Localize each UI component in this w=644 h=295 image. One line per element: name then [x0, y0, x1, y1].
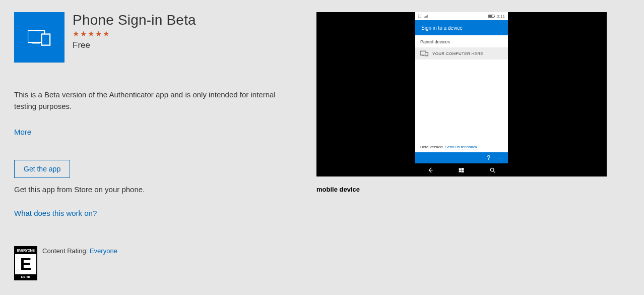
svg-line-17 — [493, 171, 495, 172]
help-icon[interactable]: ? — [487, 154, 490, 161]
status-time: 2:11 — [497, 14, 505, 19]
svg-rect-4 — [424, 17, 425, 18]
svg-point-16 — [490, 168, 494, 171]
phone-empty-area — [415, 60, 508, 142]
svg-rect-9 — [422, 55, 424, 55]
feedback-link[interactable]: Send us feedback. — [445, 145, 478, 149]
esrb-top-label: EVERYONE — [15, 247, 36, 254]
svg-rect-14 — [459, 170, 461, 172]
devices-icon — [28, 28, 51, 46]
nfc-icon — [418, 15, 422, 18]
svg-rect-1 — [32, 42, 40, 43]
esrb-badge: EVERYONE E ESRB — [14, 246, 37, 280]
device-name: YOUR COMPUTER HERE — [432, 51, 483, 56]
back-icon[interactable] — [427, 167, 434, 173]
phone-section-label: Paired devices — [415, 35, 508, 47]
rating-stars: ★★★★★ — [73, 29, 196, 38]
phone-status-bar: 2:11 — [415, 12, 508, 20]
app-tile-icon — [14, 12, 65, 63]
svg-rect-10 — [425, 52, 428, 56]
content-rating-link[interactable]: Everyone — [90, 247, 117, 255]
search-icon[interactable] — [489, 167, 496, 173]
phone-command-bar: ? ⋯ — [415, 152, 508, 163]
svg-rect-15 — [462, 170, 464, 172]
windows-icon[interactable] — [458, 167, 465, 173]
svg-rect-13 — [462, 168, 464, 170]
svg-rect-6 — [426, 15, 427, 17]
esrb-bottom-label: ESRB — [15, 274, 36, 279]
computer-icon — [420, 50, 428, 56]
screenshot-frame: 2:11 Sign in to a device Paired devices … — [316, 12, 607, 176]
svg-rect-12 — [459, 168, 461, 170]
svg-rect-5 — [425, 16, 426, 18]
app-title: Phone Sign-in Beta — [73, 12, 196, 28]
more-icon[interactable]: ⋯ — [497, 155, 503, 161]
svg-rect-2 — [42, 34, 50, 45]
app-price: Free — [73, 40, 196, 50]
compatibility-link[interactable]: What does this work on? — [14, 209, 97, 217]
beta-note: Beta version. Send us feedback. — [415, 142, 508, 152]
content-rating-text: Content Rating: Everyone — [42, 246, 117, 255]
get-app-note: Get this app from Store on your phone. — [14, 185, 296, 194]
paired-device-row[interactable]: YOUR COMPUTER HERE — [415, 47, 508, 60]
svg-rect-3 — [418, 15, 421, 18]
phone-app-bar: Sign in to a device — [415, 20, 508, 35]
signal-icon — [424, 15, 428, 18]
screenshot-caption: mobile device — [316, 186, 607, 193]
get-app-button[interactable]: Get the app — [14, 160, 70, 178]
battery-icon — [488, 15, 494, 18]
svg-rect-7 — [427, 15, 428, 17]
content-rating-label: Content Rating: — [42, 247, 90, 255]
phone-nav-bar — [415, 163, 508, 176]
more-link[interactable]: More — [14, 128, 31, 136]
esrb-letter: E — [15, 254, 36, 274]
app-description: This is a Beta version of the Authentica… — [14, 89, 281, 112]
phone-mock: 2:11 Sign in to a device Paired devices … — [415, 12, 508, 176]
